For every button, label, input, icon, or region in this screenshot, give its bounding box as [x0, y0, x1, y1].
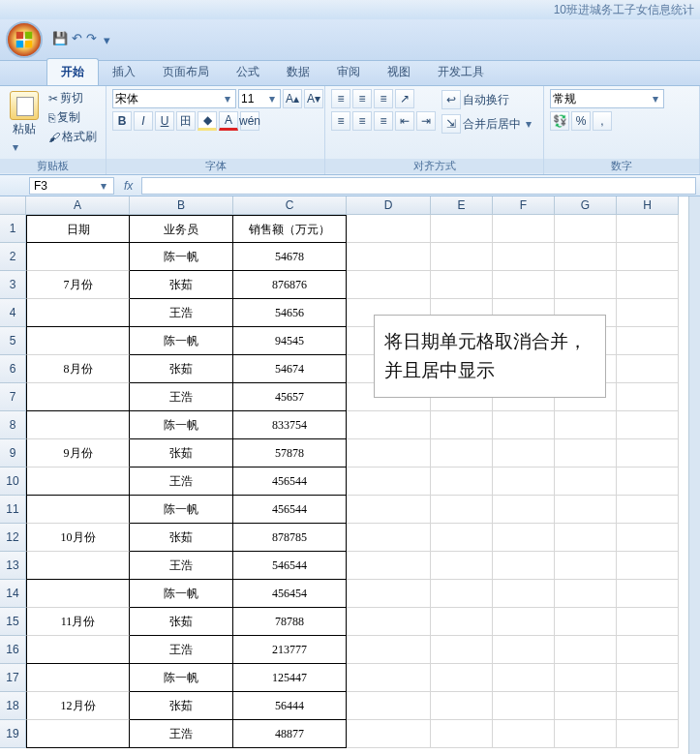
- align-left-button[interactable]: ≡: [331, 111, 350, 131]
- tab-review[interactable]: 审阅: [323, 59, 374, 85]
- redo-icon[interactable]: ↷: [86, 31, 97, 48]
- orientation-button[interactable]: ↗: [395, 89, 414, 108]
- cell[interactable]: [493, 243, 555, 271]
- italic-button[interactable]: I: [134, 111, 153, 131]
- tab-view[interactable]: 视图: [374, 59, 424, 85]
- cell[interactable]: 833754: [233, 411, 347, 439]
- cell[interactable]: 54678: [233, 243, 347, 271]
- cell[interactable]: [617, 439, 679, 467]
- cell[interactable]: [431, 215, 493, 243]
- cell[interactable]: [26, 327, 130, 355]
- cell[interactable]: [493, 467, 555, 496]
- cell[interactable]: [431, 243, 493, 271]
- cell[interactable]: [617, 524, 679, 552]
- cell[interactable]: [347, 580, 431, 608]
- cell[interactable]: [617, 692, 679, 720]
- cell[interactable]: [347, 664, 431, 692]
- cell[interactable]: 王浩: [130, 299, 233, 327]
- cell[interactable]: [347, 720, 431, 748]
- name-box[interactable]: F3▾: [29, 177, 114, 195]
- cell[interactable]: [555, 215, 617, 243]
- qat-dropdown-icon[interactable]: ▾: [101, 31, 112, 48]
- indent-dec-button[interactable]: ⇤: [395, 111, 414, 131]
- cell[interactable]: 陈一帆: [130, 664, 233, 692]
- copy-button[interactable]: ⎘复制: [46, 108, 99, 127]
- cut-button[interactable]: ✂剪切: [46, 89, 99, 107]
- cell[interactable]: [431, 580, 493, 608]
- border-button[interactable]: 田: [176, 111, 196, 131]
- cell[interactable]: [26, 467, 130, 496]
- row-header[interactable]: 9: [0, 439, 26, 467]
- align-center-button[interactable]: ≡: [352, 111, 372, 131]
- currency-button[interactable]: 💱: [550, 111, 569, 131]
- font-name-input[interactable]: [115, 91, 222, 106]
- cell[interactable]: 陈一帆: [130, 327, 233, 355]
- font-size-combo[interactable]: ▾: [238, 89, 281, 108]
- cell[interactable]: 78788: [233, 608, 347, 636]
- cell[interactable]: [617, 636, 679, 664]
- cell[interactable]: [555, 439, 617, 467]
- cell[interactable]: [617, 215, 679, 243]
- cell[interactable]: 张茹: [130, 692, 233, 720]
- cell[interactable]: [617, 383, 679, 411]
- cell[interactable]: 456454: [233, 580, 347, 608]
- cell[interactable]: [431, 524, 493, 552]
- number-format-combo[interactable]: ▾: [550, 89, 664, 108]
- cell[interactable]: [555, 496, 617, 524]
- cell[interactable]: [617, 327, 679, 355]
- cell[interactable]: [431, 608, 493, 636]
- align-right-button[interactable]: ≡: [374, 111, 393, 131]
- cell[interactable]: 125447: [233, 664, 347, 692]
- cell[interactable]: [493, 439, 555, 467]
- cell[interactable]: [347, 524, 431, 552]
- cell[interactable]: [617, 664, 679, 692]
- col-header[interactable]: F: [493, 196, 555, 215]
- cell[interactable]: [493, 664, 555, 692]
- row-header[interactable]: 15: [0, 608, 26, 636]
- row-header[interactable]: 16: [0, 636, 26, 664]
- cell[interactable]: 陈一帆: [130, 411, 233, 439]
- row-header[interactable]: 12: [0, 524, 26, 552]
- tab-layout[interactable]: 页面布局: [149, 59, 223, 85]
- cell[interactable]: 546544: [233, 552, 347, 580]
- cell[interactable]: 陈一帆: [130, 243, 233, 271]
- col-header[interactable]: G: [555, 196, 617, 215]
- cell[interactable]: 878785: [233, 524, 347, 552]
- tab-formula[interactable]: 公式: [223, 59, 273, 85]
- cell[interactable]: 456544: [233, 496, 347, 524]
- cell[interactable]: [555, 524, 617, 552]
- cell[interactable]: [347, 271, 431, 299]
- tab-insert[interactable]: 插入: [99, 59, 149, 85]
- wrap-text-button[interactable]: ↩自动换行: [440, 89, 536, 110]
- office-button[interactable]: [6, 21, 43, 58]
- cell[interactable]: [617, 243, 679, 271]
- cell[interactable]: [555, 467, 617, 496]
- cell[interactable]: [555, 692, 617, 720]
- merge-center-button[interactable]: ⇲合并后居中▾: [440, 113, 536, 135]
- cell[interactable]: 张茹: [130, 271, 233, 299]
- cell[interactable]: 213777: [233, 636, 347, 664]
- cell[interactable]: [555, 720, 617, 748]
- cell[interactable]: [617, 580, 679, 608]
- tab-home[interactable]: 开始: [46, 58, 99, 85]
- paste-button[interactable]: 粘贴▾: [6, 89, 43, 158]
- cell[interactable]: [555, 243, 617, 271]
- cell[interactable]: 94545: [233, 327, 347, 355]
- cell[interactable]: [26, 411, 130, 439]
- cell[interactable]: [347, 692, 431, 720]
- cell[interactable]: [555, 664, 617, 692]
- cell[interactable]: [347, 411, 431, 439]
- cell[interactable]: [347, 496, 431, 524]
- cell[interactable]: 王浩: [130, 552, 233, 580]
- cell[interactable]: [26, 496, 130, 524]
- align-top-button[interactable]: ≡: [331, 89, 350, 108]
- bold-button[interactable]: B: [112, 111, 132, 131]
- cell[interactable]: [617, 299, 679, 327]
- cell[interactable]: 陈一帆: [130, 580, 233, 608]
- row-header[interactable]: 4: [0, 299, 26, 327]
- format-painter-button[interactable]: 🖌格式刷: [46, 128, 99, 146]
- cell[interactable]: [431, 271, 493, 299]
- cell[interactable]: 456544: [233, 467, 347, 496]
- percent-button[interactable]: %: [571, 111, 591, 131]
- fill-color-button[interactable]: ◆: [198, 111, 217, 131]
